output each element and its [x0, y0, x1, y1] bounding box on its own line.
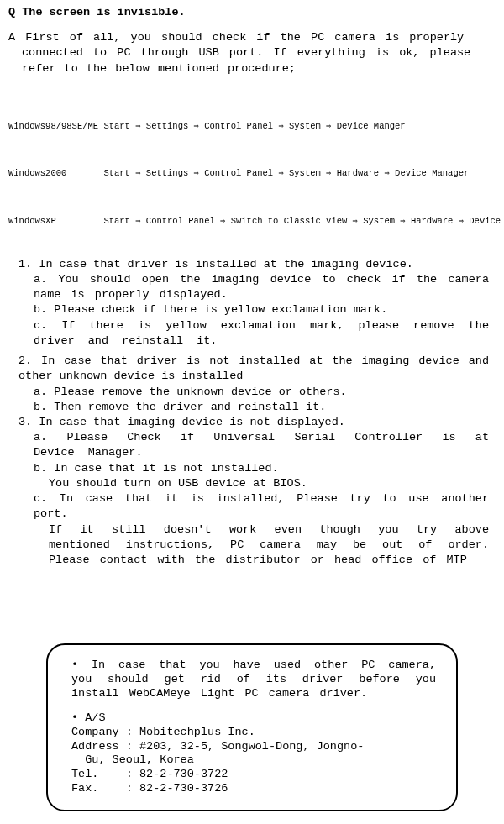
case-3-a: a. Please Check if Universal Serial Cont… — [18, 430, 489, 460]
case-2-title: 2. In case that driver is not installed … — [18, 354, 489, 384]
case-1-c: c. If there is yellow exclamation mark, … — [18, 318, 489, 349]
answer-line-2: connected to PC through USB port. If eve… — [8, 45, 496, 60]
case-3-b: b. In case that it is not installed. — [18, 461, 489, 476]
note-as-heading: • A/S — [71, 711, 436, 726]
os-row: Windows2000 Start ⇒ Settings ⇒ Control P… — [8, 165, 496, 181]
case-1-title: 1. In case that driver is installed at t… — [18, 257, 489, 272]
note-address-2: Gu, Seoul, Korea — [71, 753, 436, 768]
note-tel: Tel. : 82-2-730-3722 — [71, 768, 436, 782]
case-3-title: 3. In case that imaging device is not di… — [18, 415, 489, 430]
case-1-a: a. You should open the imaging device to… — [18, 272, 489, 302]
question-heading: Q The screen is invisible. — [8, 5, 496, 20]
answer-line-3: refer to the below mentioned procedure; — [8, 61, 496, 76]
case-2-b: b. Then remove the driver and reinstall … — [18, 400, 489, 415]
answer-line-1: A First of all, you should check if the … — [8, 30, 496, 45]
note-fax: Fax. : 82-2-730-3726 — [71, 782, 436, 796]
answer-intro: A First of all, you should check if the … — [8, 30, 496, 76]
note-address-1: Address : #203, 32-5, Songwol-Dong, Jong… — [71, 740, 436, 754]
case-3-b-sub: You should turn on USB device at BIOS. — [18, 476, 489, 491]
troubleshoot-list: 1. In case that driver is installed at t… — [18, 257, 489, 568]
os-procedure-table: Windows98/98SE/ME Start ⇒ Settings ⇒ Con… — [8, 87, 496, 245]
case-1-b: b. Please check if there is yellow excla… — [18, 302, 489, 318]
note-company: Company : Mobitechplus Inc. — [71, 726, 436, 740]
note-box: • In case that you have used other PC ca… — [46, 643, 458, 811]
os-row: Windows98/98SE/ME Start ⇒ Settings ⇒ Con… — [8, 118, 496, 134]
note-driver-warning: • In case that you have used other PC ca… — [71, 659, 436, 701]
note-box-container: • In case that you have used other PC ca… — [46, 643, 458, 811]
case-3-footer: If it still doesn't work even though you… — [18, 522, 489, 569]
case-2-a: a. Please remove the unknown device or o… — [18, 385, 489, 400]
os-row: WindowsXP Start ⇒ Control Panel ⇒ Switch… — [8, 213, 496, 229]
case-3-c: c. In case that it is installed, Please … — [18, 491, 489, 522]
